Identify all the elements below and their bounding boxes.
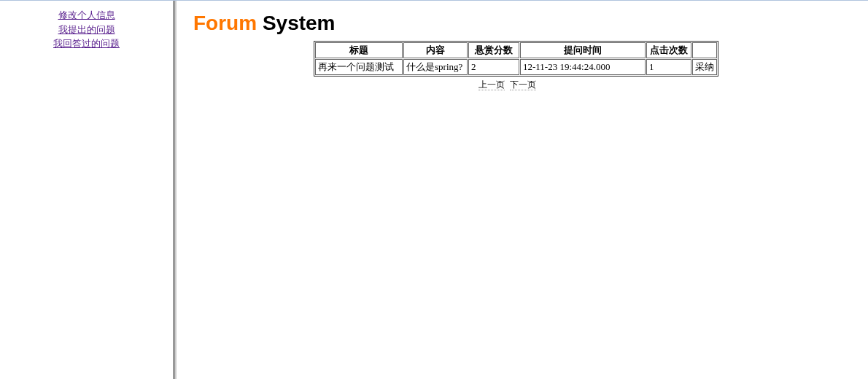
sidebar-link-my-answers[interactable]: 我回答过的问题 — [0, 36, 173, 51]
sidebar-link-profile[interactable]: 修改个人信息 — [0, 8, 173, 23]
sidebar: 修改个人信息 我提出的问题 我回答过的问题 — [0, 1, 175, 379]
th-time: 提问时间 — [520, 42, 646, 58]
questions-table: 标题 内容 悬赏分数 提问时间 点击次数 再来一个问题测试 什么是spring?… — [314, 41, 718, 77]
page-title: Forum System — [193, 12, 868, 35]
th-content: 内容 — [403, 42, 468, 58]
cell-clicks: 1 — [646, 59, 691, 75]
next-page-link[interactable]: 下一页 — [510, 79, 536, 90]
th-bounty: 悬赏分数 — [468, 42, 519, 58]
cell-content: 什么是spring? — [403, 59, 468, 75]
cell-time: 12-11-23 19:44:24.000 — [520, 59, 646, 75]
th-action — [692, 42, 717, 58]
adopt-link[interactable]: 采纳 — [692, 59, 717, 75]
pagination: 上一页 下一页 — [314, 79, 700, 91]
main-content: Forum System 标题 内容 悬赏分数 提问时间 点击次数 再来一个 — [175, 1, 868, 379]
prev-page-link[interactable]: 上一页 — [478, 79, 505, 90]
sidebar-link-my-questions[interactable]: 我提出的问题 — [0, 23, 173, 37]
th-clicks: 点击次数 — [646, 42, 691, 58]
title-system: System — [257, 12, 335, 34]
th-title: 标题 — [315, 42, 403, 58]
table-header-row: 标题 内容 悬赏分数 提问时间 点击次数 — [315, 42, 717, 58]
table-row: 再来一个问题测试 什么是spring? 2 12-11-23 19:44:24.… — [315, 59, 717, 75]
cell-bounty: 2 — [468, 59, 519, 75]
cell-title: 再来一个问题测试 — [315, 59, 403, 75]
title-forum: Forum — [193, 12, 257, 34]
